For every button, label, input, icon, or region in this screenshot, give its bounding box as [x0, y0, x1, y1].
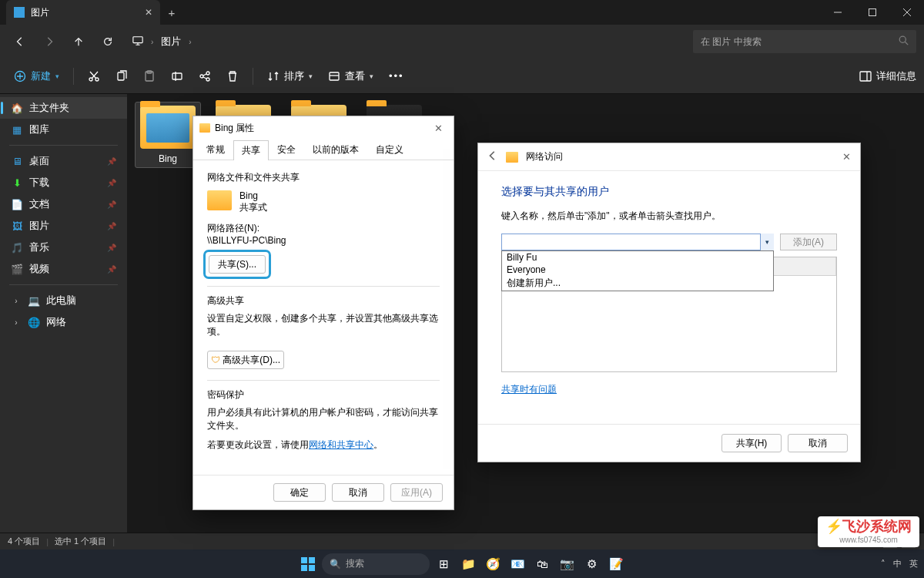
- share-button[interactable]: 共享(H): [721, 434, 782, 452]
- new-tab-button[interactable]: +: [160, 0, 183, 25]
- new-button[interactable]: 新建 ▾: [8, 64, 65, 89]
- navigation-bar: › 图片 › 在 图片 中搜索: [0, 25, 924, 59]
- more-button[interactable]: •••: [383, 64, 410, 89]
- taskbar-app-icon[interactable]: ⚙: [581, 553, 602, 575]
- taskbar-app-icon[interactable]: 📧: [507, 553, 528, 575]
- close-icon[interactable]: ✕: [842, 151, 851, 163]
- sidebar-item-gallery[interactable]: ▦ 图库: [0, 119, 127, 140]
- tab-security[interactable]: 安全: [269, 139, 304, 160]
- cancel-button[interactable]: 取消: [788, 434, 848, 452]
- network-center-link[interactable]: 网络和共享中心: [309, 439, 373, 450]
- pictures-icon: [14, 7, 25, 18]
- ok-button[interactable]: 确定: [273, 483, 326, 502]
- maximize-button[interactable]: [855, 0, 889, 25]
- svg-rect-14: [860, 72, 871, 81]
- sidebar-item-thispc[interactable]: › 💻 此电脑: [0, 290, 127, 311]
- share-button[interactable]: 共享(S)...: [209, 255, 266, 274]
- user-option[interactable]: 创建新用户...: [502, 276, 773, 291]
- chevron-right-icon[interactable]: ›: [11, 318, 22, 327]
- window-tab[interactable]: 图片 ✕: [6, 0, 160, 25]
- delete-button[interactable]: [220, 64, 245, 89]
- copy-button[interactable]: [109, 64, 134, 89]
- sidebar-item-documents[interactable]: 📄 文档 📌: [0, 193, 127, 215]
- tab-customize[interactable]: 自定义: [367, 139, 412, 160]
- breadcrumb-item[interactable]: 图片: [161, 35, 181, 49]
- taskbar-app-icon[interactable]: 📝: [605, 553, 627, 575]
- sidebar-item-network[interactable]: › 🌐 网络: [0, 311, 127, 333]
- svg-rect-17: [301, 565, 307, 571]
- share-status: 共享式: [239, 201, 267, 214]
- sidebar-item-pictures[interactable]: 🖼 图片 📌: [0, 215, 127, 237]
- sharing-help-link[interactable]: 共享时有问题: [501, 384, 557, 395]
- user-option[interactable]: Everyone: [502, 264, 773, 276]
- apply-button[interactable]: 应用(A): [390, 483, 443, 502]
- back-button[interactable]: [8, 29, 32, 54]
- chevron-right-icon[interactable]: ›: [11, 297, 22, 305]
- sidebar-item-videos[interactable]: 🎬 视频 📌: [0, 258, 127, 280]
- tab-previous[interactable]: 以前的版本: [304, 139, 367, 160]
- folder-icon: [207, 190, 232, 210]
- sidebar-item-music[interactable]: 🎵 音乐 📌: [0, 237, 127, 258]
- dialog-tabs: 常规 共享 安全 以前的版本 自定义: [193, 139, 454, 160]
- folder-bing[interactable]: Bing: [135, 102, 201, 168]
- sidebar-item-downloads[interactable]: ⬇ 下载 📌: [0, 172, 127, 193]
- cancel-button[interactable]: 取消: [332, 483, 384, 502]
- search-icon: [899, 35, 909, 48]
- start-button[interactable]: [297, 553, 319, 575]
- rename-button[interactable]: [165, 64, 189, 89]
- close-icon[interactable]: ✕: [429, 123, 447, 134]
- sidebar-item-desktop[interactable]: 🖥 桌面 📌: [0, 150, 127, 172]
- user-input[interactable]: [501, 234, 774, 250]
- up-button[interactable]: [66, 29, 91, 54]
- back-icon[interactable]: [487, 150, 498, 163]
- tab-general[interactable]: 常规: [198, 139, 233, 160]
- dropdown-button[interactable]: ▾: [760, 234, 774, 250]
- dialog-instruction: 键入名称，然后单击"添加"，或者单击箭头查找用户。: [501, 210, 837, 223]
- tray-chevron-icon[interactable]: ˄: [881, 559, 886, 569]
- svg-rect-18: [309, 565, 315, 571]
- view-button[interactable]: 查看 ▾: [322, 64, 380, 89]
- svg-point-11: [206, 72, 209, 75]
- breadcrumb[interactable]: › 图片 ›: [125, 35, 199, 49]
- chevron-down-icon: ▾: [370, 72, 373, 80]
- taskbar-app-icon[interactable]: 🧭: [482, 553, 504, 575]
- user-combobox[interactable]: ▾ Billy Fu Everyone 创建新用户...: [501, 234, 774, 250]
- search-input[interactable]: 在 图片 中搜索: [693, 30, 916, 53]
- taskbar-search[interactable]: 🔍 搜索: [322, 553, 430, 575]
- chevron-right-icon: ›: [151, 38, 153, 46]
- share-button[interactable]: [192, 64, 217, 89]
- svg-point-4: [89, 78, 92, 81]
- paste-button[interactable]: [137, 64, 162, 89]
- cut-button[interactable]: [82, 64, 106, 89]
- system-tray[interactable]: ˄ 中 英: [881, 558, 918, 570]
- video-icon: 🎬: [11, 263, 23, 275]
- refresh-button[interactable]: [95, 29, 120, 54]
- svg-point-2: [899, 36, 906, 42]
- minimize-button[interactable]: [820, 0, 855, 25]
- advanced-share-button[interactable]: 🛡 高级共享(D)...: [207, 351, 284, 369]
- taskbar-app-icon[interactable]: 📷: [556, 553, 578, 575]
- close-button[interactable]: [889, 0, 924, 25]
- close-tab-icon[interactable]: ✕: [145, 7, 152, 18]
- ime-sub-indicator[interactable]: 英: [909, 558, 918, 570]
- taskbar-app-icon[interactable]: 📁: [457, 553, 479, 575]
- title-bar: 图片 ✕ +: [0, 0, 924, 25]
- ime-indicator[interactable]: 中: [893, 558, 902, 570]
- forward-button[interactable]: [37, 29, 62, 54]
- dialog-titlebar[interactable]: Bing 属性 ✕: [193, 116, 454, 139]
- search-icon: 🔍: [330, 559, 341, 570]
- chevron-right-icon: ›: [189, 38, 191, 46]
- chevron-down-icon: ▾: [55, 72, 59, 80]
- taskbar-app-icon[interactable]: 🛍: [531, 553, 553, 575]
- task-view-icon[interactable]: ⊞: [433, 553, 454, 575]
- sidebar-item-home[interactable]: 🏠 主文件夹: [0, 97, 127, 119]
- sort-button[interactable]: 排序 ▾: [261, 64, 319, 89]
- tab-sharing[interactable]: 共享: [233, 140, 269, 160]
- user-option[interactable]: Billy Fu: [502, 251, 773, 264]
- add-button[interactable]: 添加(A): [780, 234, 837, 250]
- details-pane-button[interactable]: 详细信息: [859, 69, 916, 83]
- folder-icon: [140, 106, 196, 149]
- search-placeholder: 在 图片 中搜索: [701, 35, 762, 49]
- path-label: 网络路径(N):: [207, 222, 440, 235]
- folder-icon: [199, 123, 210, 133]
